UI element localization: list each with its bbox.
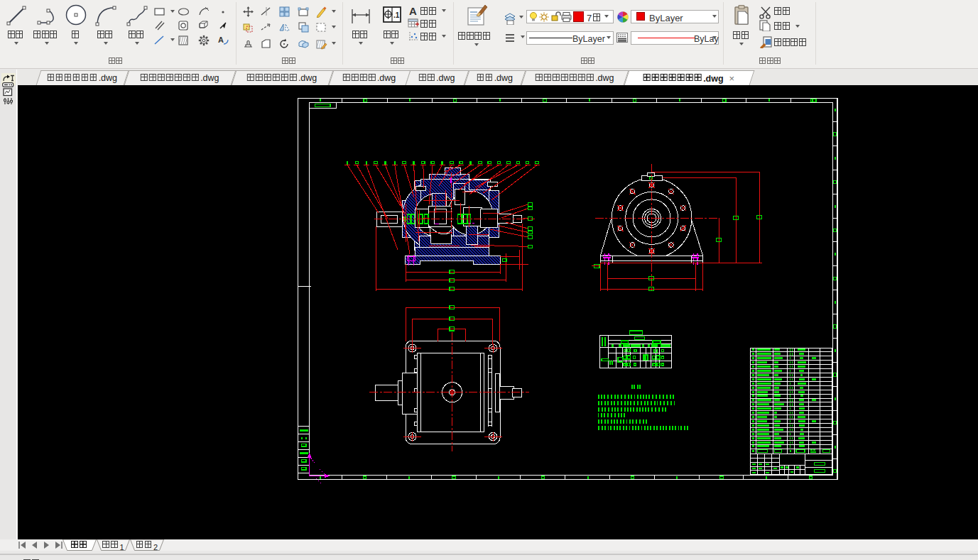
svg-text:.1: .1: [393, 11, 400, 19]
svg-text:A: A: [218, 35, 224, 44]
